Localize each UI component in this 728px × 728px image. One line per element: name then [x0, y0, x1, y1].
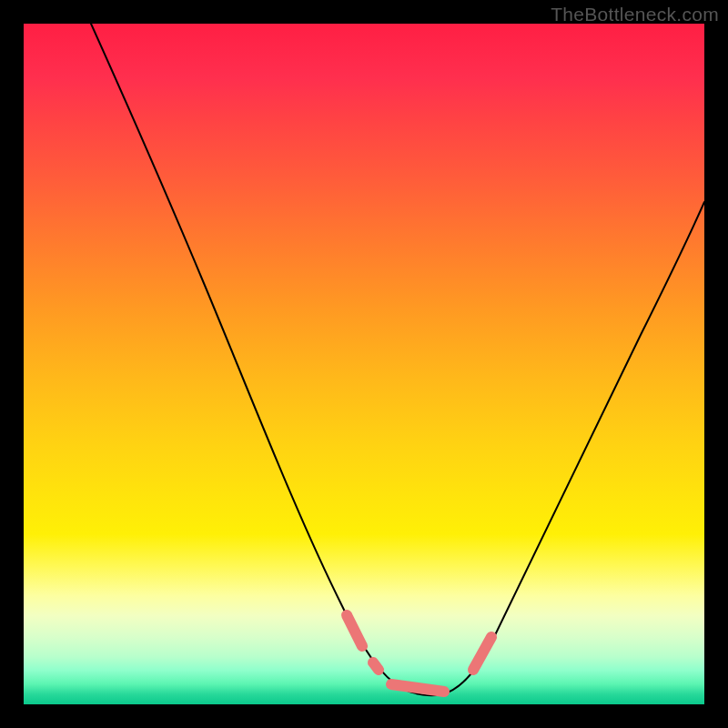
watermark-text: TheBottleneck.com [551, 4, 719, 25]
chart-svg [24, 24, 704, 704]
chart-frame: TheBottleneck.com [0, 0, 728, 728]
bottleneck-curve [91, 24, 704, 695]
plot-area [24, 24, 704, 704]
